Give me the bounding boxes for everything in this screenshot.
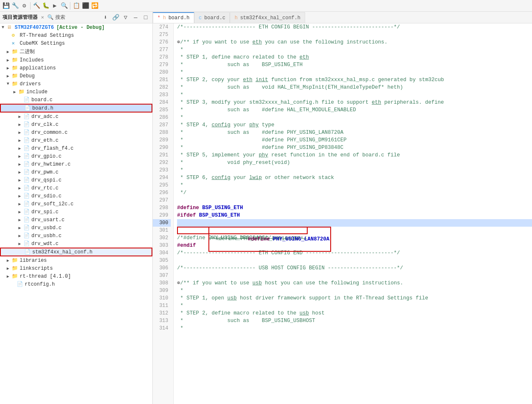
tree-item-drv-sdio[interactable]: ▶ 📄 drv_sdio.c	[0, 192, 152, 200]
arrow: ▶	[18, 138, 23, 143]
tree-item-drv-eth[interactable]: ▶ 📄 drv_eth.c	[0, 136, 152, 144]
toolbar-icon-7[interactable]: 🔍	[60, 2, 68, 10]
include-label: include	[26, 89, 47, 95]
ln-311: 311	[153, 302, 171, 309]
file-c-icon: 📄	[23, 169, 30, 175]
rtconfig-h-label: rtconfig.h	[25, 281, 55, 287]
arrow: ▶	[18, 194, 23, 199]
project-status: [Active - Debug]	[57, 25, 105, 31]
toolbar-icon-4[interactable]: 🔨	[32, 2, 41, 10]
file-h-icon: 📄	[24, 105, 31, 111]
tree-item-drv-qspi[interactable]: ▶ 📄 drv_qspi.c	[0, 176, 152, 184]
tree-item-drv-usart[interactable]: ▶ 📄 drv_usart.c	[0, 216, 152, 224]
code-line-299: #ifdef BSP_USING_ETH	[177, 212, 532, 219]
tree-item-board-c[interactable]: 📄 board.c	[0, 96, 152, 104]
drv-usart-label: drv_usart.c	[31, 217, 64, 223]
sidebar-action-min[interactable]: —	[131, 13, 140, 22]
tree-item-drv-pwm[interactable]: ▶ 📄 drv_pwm.c	[0, 168, 152, 176]
tab-board-h[interactable]: * h board.h	[153, 12, 194, 23]
drv-usbd-label: drv_usbd.c	[31, 225, 62, 231]
arrow: ▶	[18, 225, 23, 230]
tree-item-drv-soft-i2c[interactable]: ▶ 📄 drv_soft_i2c.c	[0, 200, 152, 208]
toolbar-icon-5[interactable]: 🐛	[41, 2, 50, 10]
tree-item-drv-adc[interactable]: ▶ 📄 drv_adc.c	[0, 113, 152, 120]
tree-item-binary[interactable]: ▶ 📁 二进制	[0, 47, 152, 56]
tree-item-rt-thread[interactable]: ▶ 📁 rt-thread [4.1.0]	[0, 272, 152, 280]
tree-item-drv-wdt[interactable]: ▶ 📄 drv_wdt.c	[0, 240, 152, 248]
tree-item-rt-thread-settings[interactable]: ⚙ RT-Thread Settings	[0, 31, 152, 39]
toolbar-icon-3[interactable]: ⚙️	[20, 2, 28, 10]
file-c-icon: 📄	[23, 121, 30, 128]
sidebar-action-collapse[interactable]: ⬇	[101, 13, 110, 22]
code-editor[interactable]: 274 275 276 277 278 279 280 281 282 283 …	[153, 23, 532, 404]
tree-item-drv-usbh[interactable]: ▶ 📄 drv_usbh.c	[0, 232, 152, 240]
code-line-312: * STEP 2, define macro related to the us…	[177, 309, 532, 317]
sidebar-action-menu[interactable]: ▽	[121, 13, 130, 22]
tree-item-drv-spi[interactable]: ▶ 📄 drv_spi.c	[0, 208, 152, 216]
toolbar-icon-6[interactable]: ▶	[51, 2, 59, 10]
file-c-icon: 📄	[23, 153, 30, 159]
arrow: ▶	[18, 162, 23, 167]
file-c-icon: 📄	[23, 113, 30, 120]
ln-282: 282	[153, 84, 171, 91]
tree-item-drv-rtc[interactable]: ▶ 📄 drv_rtc.c	[0, 184, 152, 192]
toolbar-icon-8[interactable]: 📋	[72, 2, 80, 10]
toolbar-save-icon[interactable]: 💾	[2, 2, 10, 10]
toolbar-icon-2[interactable]: 🔧	[11, 2, 19, 10]
code-line-276: ⊕/** if you want to use eth you can use …	[177, 38, 532, 46]
toolbar-icon-10[interactable]: 🔁	[90, 2, 99, 10]
ln-276: 276	[153, 38, 171, 46]
drv-flash-label: drv_flash_f4.c	[31, 146, 74, 151]
folder-icon: 📁	[12, 65, 18, 71]
tree-item-drv-common[interactable]: ▶ 📄 drv_common.c	[0, 128, 152, 136]
ln-314: 314	[153, 325, 171, 332]
tree-item-project[interactable]: ▼ 🖥 STM32F407ZGT6 [Active - Debug]	[0, 23, 152, 31]
tree-item-drv-flash[interactable]: ▶ 📄 drv_flash_f4.c	[0, 144, 152, 152]
sidebar-action-max[interactable]: □	[141, 13, 150, 22]
tree-item-stm32-conf[interactable]: 📄 stm32f4xx_hal_conf.h	[0, 248, 152, 256]
tree-arrow-project: ▼	[2, 25, 7, 30]
toolbar-icon-9[interactable]: ⬛	[81, 2, 90, 10]
code-line-286: *	[177, 114, 532, 121]
file-c-icon: 📄	[23, 137, 30, 143]
tree-item-include[interactable]: ▶ 📁 include	[0, 88, 152, 96]
tree-item-applications[interactable]: ▶ 📁 applications	[0, 64, 152, 72]
tree-item-debug[interactable]: ▶ 📁 Debug	[0, 72, 152, 80]
arrow: ▶	[7, 274, 12, 279]
ln-309: 309	[153, 287, 171, 294]
file-c-icon: 📄	[23, 201, 30, 207]
sidebar-header: 项目资源管理器 ✕ 🔍 搜索 ⬇ 🔗 ▽ — □	[0, 12, 152, 23]
tree-item-drv-clk[interactable]: ▶ 📄 drv_clk.c	[0, 120, 152, 128]
tree-item-rtconfig-h[interactable]: 📄 rtconfig.h	[0, 280, 152, 288]
tree-item-libraries[interactable]: ▶ 📁 libraries	[0, 256, 152, 264]
tree-item-drv-gpio[interactable]: ▶ 📄 drv_gpio.c	[0, 152, 152, 160]
tab-stm32-conf[interactable]: h stm32f4xx_hal_conf.h	[230, 12, 305, 23]
code-line-309: *	[177, 287, 532, 294]
rt-settings-label: RT-Thread Settings	[20, 33, 74, 38]
ln-306: 306	[153, 264, 171, 272]
sidebar-action-link[interactable]: 🔗	[111, 13, 120, 22]
ln-294: 294	[153, 174, 171, 182]
tree-item-includes[interactable]: ▶ 📁 Includes	[0, 56, 152, 64]
tab-board-c[interactable]: c board.c	[194, 12, 230, 23]
sidebar-title: 项目资源管理器	[3, 14, 38, 21]
tree-item-drv-hwtimer[interactable]: ▶ 📄 drv_hwtimer.c	[0, 160, 152, 168]
tree-item-cubemx-settings[interactable]: ✕ CubeMX Settings	[0, 39, 152, 47]
sidebar: 项目资源管理器 ✕ 🔍 搜索 ⬇ 🔗 ▽ — □ ▼ 🖥 STM32F407ZG…	[0, 12, 153, 404]
folder-icon: 📁	[12, 257, 18, 263]
ln-285: 285	[153, 106, 171, 114]
code-line-281: * STEP 2, copy your eth init function fr…	[177, 76, 532, 84]
board-h-label: board.h	[32, 105, 53, 111]
tree-item-linkscripts[interactable]: ▶ 📁 linkscripts	[0, 264, 152, 272]
drv-rtc-label: drv_rtc.c	[31, 185, 59, 191]
file-c-icon: 📄	[23, 185, 30, 191]
arrow: ▶	[18, 114, 23, 119]
tree-item-drv-usbd[interactable]: ▶ 📄 drv_usbd.c	[0, 224, 152, 232]
tree-item-board-h[interactable]: 📄 board.h	[0, 104, 152, 113]
code-line-290: * #define PHY_USING_DP83848C	[177, 144, 532, 151]
drv-wdt-label: drv_wdt.c	[31, 241, 59, 247]
drv-adc-label: drv_adc.c	[31, 114, 59, 120]
ln-305: 305	[153, 257, 171, 264]
tree-item-drivers[interactable]: ▼ 📁 drivers	[0, 80, 152, 88]
sidebar-search-label[interactable]: 🔍 搜索	[47, 14, 65, 21]
